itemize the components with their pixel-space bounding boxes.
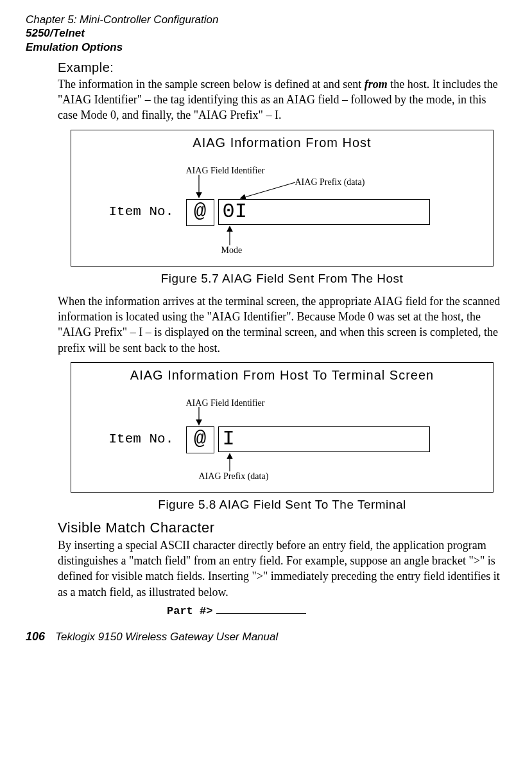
figure-1-diagram: AIAG Field Identifier AIAG Prefix (data)… xyxy=(103,154,462,257)
page-number: 106 xyxy=(26,630,45,643)
page-header: Chapter 5: Mini-Controller Configuration… xyxy=(26,13,506,54)
figure-1-arrows xyxy=(103,154,462,257)
figure-1-title: AIAG Information From Host xyxy=(78,136,486,150)
figure-2-caption: Figure 5.8 AIAG Field Sent To The Termin… xyxy=(58,498,506,512)
part-blank-line xyxy=(216,613,306,614)
figure-2-diagram: AIAG Field Identifier Item No. @ I AIAG … xyxy=(103,387,462,483)
figure-2-box: AIAG Information From Host To Terminal S… xyxy=(71,362,493,493)
para1-pre: The information in the sample screen bel… xyxy=(58,78,365,91)
svg-line-1 xyxy=(243,182,295,198)
figure-2-title: AIAG Information From Host To Terminal S… xyxy=(78,368,486,383)
page-footer: 106 Teklogix 9150 Wireless Gateway User … xyxy=(26,630,506,643)
header-sub1: 5250/Telnet xyxy=(26,26,506,40)
visible-match-heading: Visible Match Character xyxy=(58,520,506,536)
para1-em: from xyxy=(365,78,388,91)
paragraph-3: By inserting a special ASCII character d… xyxy=(58,538,506,600)
paragraph-2: When the information arrives at the term… xyxy=(58,293,506,356)
chapter-title: Chapter 5: Mini-Controller Configuration xyxy=(26,13,506,26)
figure-2-arrows xyxy=(103,387,462,483)
example-heading: Example: xyxy=(58,60,506,75)
paragraph-1: The information in the sample screen bel… xyxy=(58,76,506,123)
part-number-example: Part #> xyxy=(167,605,506,617)
book-title: Teklogix 9150 Wireless Gateway User Manu… xyxy=(55,631,278,643)
header-sub2: Emulation Options xyxy=(26,40,506,54)
figure-1-caption: Figure 5.7 AIAG Field Sent From The Host xyxy=(58,272,506,286)
figure-1-box: AIAG Information From Host AIAG Field Id… xyxy=(71,130,493,267)
part-label: Part #> xyxy=(167,605,212,617)
